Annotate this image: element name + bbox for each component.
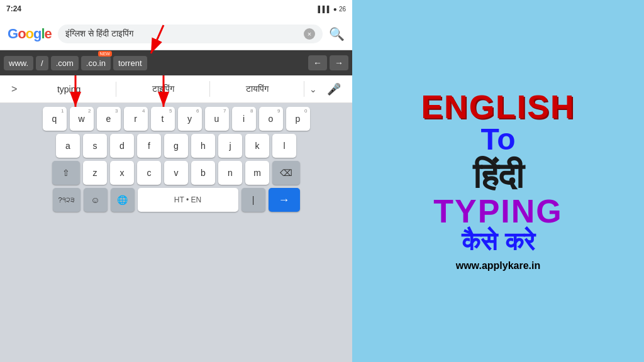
key-z[interactable]: z — [83, 161, 107, 185]
key-j[interactable]: j — [218, 134, 242, 158]
title-kaise: कैसे करे — [462, 228, 534, 255]
key-c[interactable]: c — [137, 161, 161, 185]
key-f[interactable]: f — [137, 134, 161, 158]
key-w[interactable]: 2w — [70, 107, 94, 131]
toolbar-btn-com[interactable]: .com — [51, 56, 79, 70]
keyboard-toolbar: www. / .com .co.in torrent ← → — [0, 50, 352, 75]
search-input-area[interactable]: इंग्लिश से हिंदी टाइपिंग × — [58, 25, 323, 43]
key-m[interactable]: m — [245, 161, 269, 185]
key-num-sym[interactable]: ?੧੨੩ — [53, 188, 80, 212]
search-icon[interactable]: 🔍 — [329, 26, 345, 41]
status-icons: ▌▌▌ ● 26 — [318, 6, 346, 13]
keyboard-row-1: 1q 2w 3e 4r 5t 6y 7u 8i 9o 0p — [3, 107, 350, 131]
toolbar-btn-coin[interactable]: .co.in — [81, 56, 111, 70]
toolbar-btn-torrent[interactable]: torrent — [113, 56, 147, 70]
keyboard-row-4: ?੧੨੩ ☺ 🌐 HT • EN | → — [3, 188, 350, 212]
phone-panel: 7:24 ▌▌▌ ● 26 Google इंग्लिश से हिंदी टा… — [0, 0, 352, 362]
key-h[interactable]: h — [191, 134, 215, 158]
title-to: To — [480, 123, 515, 156]
status-time: 7:24 — [6, 4, 21, 13]
key-k[interactable]: k — [245, 134, 269, 158]
key-e[interactable]: 3e — [97, 107, 121, 131]
toolbar-arrow-left[interactable]: ← — [308, 55, 327, 70]
key-backspace[interactable]: ⌫ — [272, 161, 300, 185]
key-enter[interactable]: → — [269, 188, 300, 212]
key-t[interactable]: 5t — [151, 107, 175, 131]
key-shift[interactable]: ⇧ — [52, 161, 80, 185]
suggest-word-2[interactable]: टाइपिंग — [116, 81, 211, 97]
title-hindi: हिंदी — [473, 156, 524, 195]
key-o[interactable]: 9o — [259, 107, 283, 131]
key-r[interactable]: 4r — [124, 107, 148, 131]
key-u[interactable]: 7u — [205, 107, 229, 131]
search-clear-btn[interactable]: × — [304, 28, 315, 40]
signal-icon: ▌▌▌ — [318, 6, 331, 13]
key-cursor[interactable]: | — [242, 188, 265, 212]
suggest-word-1[interactable]: typing — [22, 82, 116, 97]
keyboard-row-2: a s d f g h j k l — [3, 134, 350, 158]
suggest-expand-btn[interactable]: > — [6, 81, 22, 97]
key-q[interactable]: 1q — [43, 107, 67, 131]
website-url: www.applykare.in — [456, 260, 541, 272]
suggest-mic-btn[interactable]: 🎤 — [322, 80, 346, 99]
wifi-icon: ● — [333, 6, 337, 13]
battery-level: 26 — [339, 6, 346, 13]
key-p[interactable]: 0p — [286, 107, 310, 131]
toolbar-btn-slash[interactable]: / — [36, 56, 48, 70]
key-s[interactable]: s — [83, 134, 107, 158]
toolbar-btn-www[interactable]: www. — [4, 56, 33, 70]
key-d[interactable]: d — [110, 134, 134, 158]
key-x[interactable]: x — [110, 161, 134, 185]
key-a[interactable]: a — [56, 134, 80, 158]
key-l[interactable]: l — [272, 134, 296, 158]
key-v[interactable]: v — [164, 161, 188, 185]
status-bar: 7:24 ▌▌▌ ● 26 — [0, 0, 352, 18]
key-b[interactable]: b — [191, 161, 215, 185]
keyboard-area: 1q 2w 3e 4r 5t 6y 7u 8i 9o 0p a s d f g … — [0, 103, 352, 362]
title-english: ENGLISH — [421, 90, 575, 123]
toolbar-arrow-right[interactable]: → — [330, 55, 348, 70]
right-panel: ENGLISH To हिंदी TYPING कैसे करे www.app… — [352, 0, 644, 362]
key-emoji[interactable]: ☺ — [84, 188, 108, 212]
search-bar: Google इंग्लिश से हिंदी टाइपिंग × 🔍 — [0, 18, 352, 50]
key-y[interactable]: 6y — [178, 107, 202, 131]
search-text: इंग्लिश से हिंदी टाइपिंग — [65, 28, 299, 39]
key-n[interactable]: n — [218, 161, 242, 185]
key-i[interactable]: 8i — [232, 107, 256, 131]
key-space[interactable]: HT • EN — [138, 188, 238, 212]
google-logo: Google — [8, 26, 52, 42]
key-g[interactable]: g — [164, 134, 188, 158]
suggestions-row: > typing टाइपिंग टायपिंग ⌄ 🎤 — [0, 75, 352, 103]
suggest-word-3[interactable]: टायपिंग — [210, 81, 304, 97]
title-typing: TYPING — [433, 195, 563, 228]
suggest-expand-arrow[interactable]: ⌄ — [304, 82, 322, 97]
keyboard-row-3: ⇧ z x c v b n m ⌫ — [3, 161, 350, 185]
key-globe[interactable]: 🌐 — [111, 188, 135, 212]
